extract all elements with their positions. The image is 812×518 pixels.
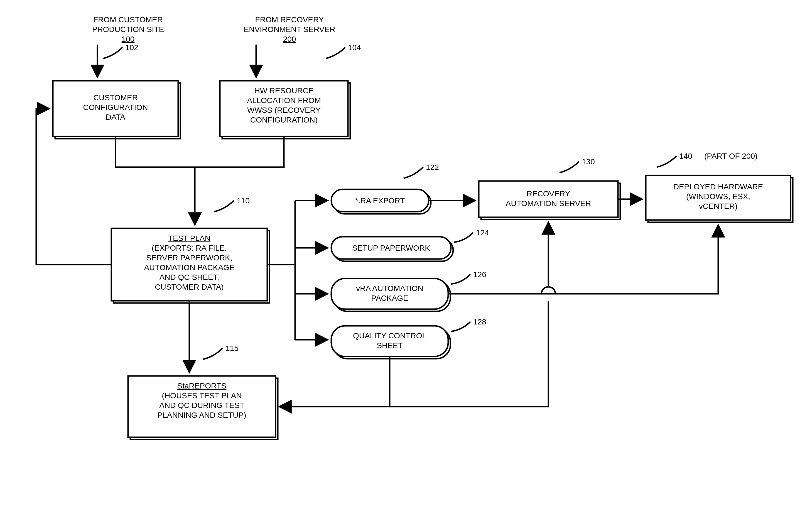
num-115: 115 [226, 344, 238, 353]
num-130: 130 [582, 157, 595, 166]
flow-diagram: FROM CUSTOMER PRODUCTION SITE 100 FROM R… [0, 0, 812, 518]
box102-l1: CUSTOMER [93, 93, 138, 102]
num-128: 128 [473, 318, 486, 326]
num-102: 102 [125, 43, 138, 52]
num-126: 126 [473, 270, 486, 279]
leader-140 [657, 156, 676, 167]
header2-line1: FROM RECOVERY [255, 15, 324, 24]
box110-title: TEST PLAN [168, 234, 210, 243]
pill128-l2: SHEET [377, 341, 403, 350]
num-104: 104 [348, 43, 361, 52]
note-140: (PART OF 200) [704, 152, 757, 160]
leader-124 [454, 233, 473, 242]
pill126-l2: PACKAGE [371, 294, 408, 302]
leader-115 [203, 348, 223, 359]
box102-l3: DATA [106, 113, 125, 121]
box115-title: StaREPORTS [177, 382, 227, 390]
box115-l2: AND QC DURING TEST [159, 401, 244, 410]
header1-num: 100 [122, 35, 135, 44]
num-140: 140 [679, 152, 692, 160]
box-130: RECOVERY AUTOMATION SERVER [479, 181, 620, 219]
box130-l2: AUTOMATION SERVER [506, 199, 591, 208]
header1-line2: PRODUCTION SITE [92, 25, 164, 34]
box110-l4: AND QC SHEET, [160, 273, 219, 281]
box140-l2: (WINDOWS, ESX, [686, 192, 750, 201]
num-122: 122 [426, 163, 439, 171]
box140-l3: vCENTER) [699, 202, 737, 211]
box-115: StaREPORTS (HOUSES TEST PLAN AND QC DURI… [128, 376, 278, 439]
box140-l1: DEPLOYED HARDWARE [673, 183, 763, 191]
pill124-text: SETUP PAPERWORK [352, 244, 430, 252]
box110-l2: SERVER PAPERWORK, [146, 253, 232, 262]
box115-l3: PLANNING AND SETUP) [157, 411, 246, 419]
leader-122 [404, 167, 423, 178]
box-104: HW RESOURCE ALLOCATION FROM WWSS (RECOVE… [220, 81, 350, 139]
box-110: TEST PLAN (EXPORTS: RA FILE. SERVER PAPE… [111, 228, 269, 303]
header2-line2: ENVIRONMENT SERVER [244, 25, 336, 34]
box110-l3: AUTOMATION PACKAGE [144, 263, 234, 272]
box104-l2: ALLOCATION FROM [247, 96, 321, 105]
box-140: DEPLOYED HARDWARE (WINDOWS, ESX, vCENTER… [646, 175, 793, 222]
box104-l3: WWSS (RECOVERY [247, 106, 321, 114]
leader-104 [326, 47, 345, 58]
join-102-104 [116, 136, 284, 167]
leader-102 [103, 47, 122, 58]
leader-110 [214, 200, 234, 212]
pill128-l1: QUALITY CONTROL [353, 331, 427, 340]
leader-130 [559, 162, 579, 173]
header2-num: 200 [283, 35, 296, 44]
leader-128 [451, 322, 470, 331]
pill-128: QUALITY CONTROL SHEET [331, 326, 451, 359]
pill122-text: *.RA EXPORT [355, 196, 405, 205]
pill-124: SETUP PAPERWORK [331, 237, 453, 261]
box130-l1: RECOVERY [527, 189, 570, 198]
box-102: CUSTOMER CONFIGURATION DATA [53, 81, 180, 139]
box115-l1: (HOUSES TEST PLAN [162, 391, 242, 400]
num-124: 124 [476, 228, 489, 237]
header1-line1: FROM CUSTOMER [93, 15, 163, 24]
box102-l2: CONFIGURATION [83, 103, 148, 112]
leader-126 [451, 274, 470, 284]
hop-128-over-126 [542, 287, 555, 294]
box104-l1: HW RESOURCE [254, 86, 314, 95]
pill-126: vRA AUTOMATION PACKAGE [331, 278, 451, 311]
box104-l4: CONFIGURATION) [250, 115, 318, 124]
pill126-l1: vRA AUTOMATION [356, 284, 424, 293]
num-110: 110 [237, 196, 250, 205]
pill-122: *.RA EXPORT [331, 189, 431, 214]
box110-l5: CUSTOMER DATA) [155, 283, 224, 291]
box110-l1: (EXPORTS: RA FILE. [152, 244, 227, 252]
